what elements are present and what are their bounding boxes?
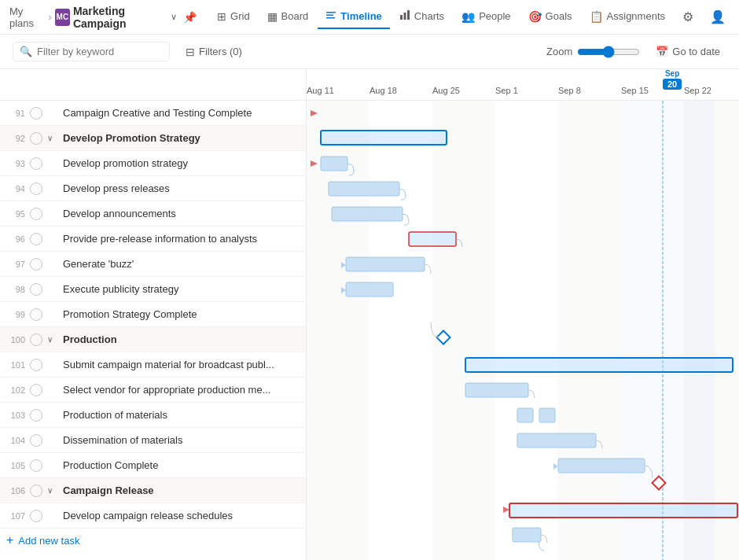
filter-icon: ⊟ <box>186 46 195 58</box>
assignments-icon: 📋 <box>590 10 603 23</box>
tab-board[interactable]: ▦ Board <box>259 6 317 29</box>
table-row: 98 Execute publicity strategy <box>0 277 306 302</box>
main-content: Aug 11 Aug 18 Aug 25 Sep 1 Sep 8 Sep 15 … <box>0 69 739 560</box>
tab-assignments[interactable]: 📋 Assignments <box>582 6 673 29</box>
row-number: 95 <box>6 209 25 219</box>
task-checkbox[interactable] <box>30 384 42 396</box>
charts-icon <box>399 9 410 23</box>
tab-people[interactable]: 👥 People <box>454 6 518 29</box>
zoom-slider[interactable] <box>577 46 640 58</box>
svg-rect-11 <box>621 101 715 560</box>
table-row: 95 Develop announcements <box>0 201 306 227</box>
breadcrumb-chevron: › <box>48 11 51 23</box>
tab-people-label: People <box>479 10 510 22</box>
svg-rect-19 <box>346 257 425 271</box>
add-task-button[interactable]: + Add new task <box>0 529 306 552</box>
board-icon: ▦ <box>267 10 278 23</box>
row-number: 93 <box>6 159 25 168</box>
gantt-chart <box>307 101 739 560</box>
breadcrumb: My plans › MC Marketing Campaign ∨ 📌 <box>9 5 197 30</box>
tab-board-label: Board <box>281 10 309 22</box>
row-number: 92 <box>6 134 25 143</box>
task-checkbox[interactable] <box>30 132 42 145</box>
row-number: 105 <box>6 461 25 470</box>
row-number: 107 <box>6 511 25 521</box>
table-row: 102 Select vendor for appropriate produc… <box>0 378 306 403</box>
toolbar: 🔍 ⊟ Filters (0) Zoom 📅 Go to date <box>0 35 739 69</box>
task-name: Execute publicity strategy <box>63 283 300 295</box>
tab-timeline[interactable]: Timeline <box>318 5 390 29</box>
tab-grid-label: Grid <box>230 10 250 22</box>
task-checkbox[interactable] <box>30 283 42 296</box>
row-number: 106 <box>6 486 25 496</box>
task-checkbox[interactable] <box>30 233 42 245</box>
task-checkbox[interactable] <box>30 510 42 522</box>
filters-button[interactable]: ⊟ Filters (0) <box>179 42 248 61</box>
svg-rect-5 <box>407 10 410 20</box>
svg-rect-3 <box>400 15 403 20</box>
task-name: Select vendor for appropriate production… <box>63 384 300 396</box>
tab-grid[interactable]: ⊞ Grid <box>209 6 258 29</box>
table-row: 106 ∨ Campaign Release <box>0 478 306 503</box>
svg-rect-22 <box>346 282 393 297</box>
task-checkbox[interactable] <box>30 359 42 371</box>
user-profile-icon[interactable]: 👤 <box>706 6 730 29</box>
project-dropdown-chevron[interactable]: ∨ <box>171 12 177 22</box>
tab-assignments-label: Assignments <box>607 10 665 22</box>
task-name: Develop campaign release schedules <box>63 510 300 521</box>
search-box[interactable]: 🔍 <box>13 42 170 61</box>
today-month-label: Sep <box>665 69 679 78</box>
task-checkbox[interactable] <box>30 333 42 346</box>
tab-charts[interactable]: Charts <box>392 5 452 29</box>
my-plans-link[interactable]: My plans <box>9 6 45 29</box>
goto-date-button[interactable]: 📅 Go to date <box>649 42 726 61</box>
table-row: 93 Develop promotion strategy <box>0 151 306 176</box>
filters-label: Filters (0) <box>199 46 242 57</box>
tab-goals[interactable]: 🎯 Goals <box>520 6 580 29</box>
task-name: Production Complete <box>63 459 300 471</box>
table-row: 92 ∨ Develop Promotion Strategy <box>0 126 306 151</box>
svg-rect-28 <box>517 433 596 448</box>
task-name: Generate 'buzz' <box>63 258 300 270</box>
task-checkbox[interactable] <box>30 258 42 271</box>
svg-rect-27 <box>539 408 555 422</box>
svg-rect-2 <box>326 17 335 19</box>
settings-icon[interactable]: ⚙ <box>676 6 700 29</box>
expand-icon[interactable]: ∨ <box>47 335 58 344</box>
task-checkbox[interactable] <box>30 208 42 220</box>
task-checkbox[interactable] <box>30 182 42 195</box>
task-checkbox[interactable] <box>30 308 42 321</box>
table-row: 100 ∨ Production <box>0 327 306 352</box>
task-checkbox[interactable] <box>30 484 42 497</box>
pin-icon[interactable]: 📌 <box>183 11 197 24</box>
svg-rect-25 <box>465 383 528 397</box>
navigation-tabs: ⊞ Grid ▦ Board Timeline Charts 👥 People … <box>209 5 673 29</box>
row-number: 94 <box>6 184 25 193</box>
svg-rect-13 <box>321 131 447 145</box>
svg-rect-1 <box>326 15 333 17</box>
row-number: 97 <box>6 260 25 269</box>
table-row: 91 Campaign Creative and Testing Complet… <box>0 101 306 126</box>
project-name[interactable]: Marketing Campaign <box>73 5 167 30</box>
svg-rect-15 <box>321 157 347 171</box>
search-input[interactable] <box>37 46 163 57</box>
task-name: Campaign Release <box>63 484 300 496</box>
project-icon: MC <box>55 9 70 26</box>
task-checkbox[interactable] <box>30 459 42 472</box>
task-checkbox[interactable] <box>30 107 42 120</box>
goals-icon: 🎯 <box>528 10 542 23</box>
table-row: 105 Production Complete <box>0 453 306 478</box>
task-checkbox[interactable] <box>30 409 42 422</box>
task-checkbox[interactable] <box>30 434 42 447</box>
expand-icon[interactable]: ∨ <box>47 134 58 142</box>
search-icon: 🔍 <box>20 46 32 57</box>
svg-rect-18 <box>409 232 456 246</box>
table-row: 101 Submit campaign material for broadca… <box>0 352 306 378</box>
tab-goals-label: Goals <box>546 10 572 22</box>
date-aug25: Aug 25 <box>432 86 460 95</box>
grid-icon: ⊞ <box>217 10 226 23</box>
task-checkbox[interactable] <box>30 157 42 170</box>
svg-rect-8 <box>558 101 621 560</box>
task-name: Develop Promotion Strategy <box>63 132 300 144</box>
expand-icon[interactable]: ∨ <box>47 486 58 495</box>
